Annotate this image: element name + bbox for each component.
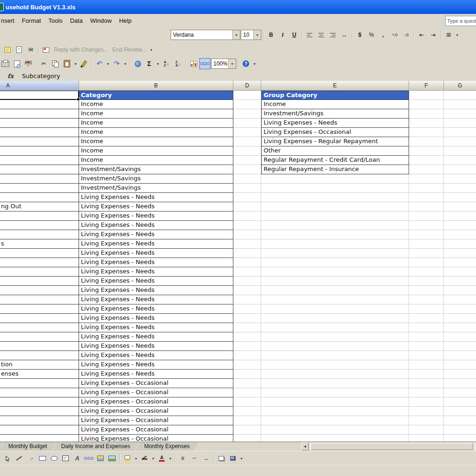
column-header-e[interactable]: E <box>261 81 409 91</box>
decrease-decimal-button[interactable]: -.0 <box>401 29 412 40</box>
menu-item-format[interactable]: Format <box>18 15 45 26</box>
cell-g[interactable] <box>444 407 476 416</box>
cell-d[interactable] <box>233 91 261 100</box>
cell-a[interactable] <box>0 137 79 146</box>
cell-b[interactable]: Living Expenses - Needs <box>79 193 233 202</box>
underline-button[interactable]: U <box>289 29 300 40</box>
cell-a[interactable]: tion <box>0 360 79 370</box>
cell-d[interactable] <box>233 258 261 267</box>
cell-g[interactable] <box>444 212 476 221</box>
cell-e[interactable] <box>261 174 409 184</box>
cell-a[interactable]: s <box>0 239 79 249</box>
fill-color-button[interactable] <box>122 453 133 464</box>
cell-e[interactable] <box>261 435 409 442</box>
cell-d[interactable] <box>233 295 261 304</box>
cell-a[interactable] <box>0 267 79 277</box>
diagram-button[interactable] <box>83 453 94 464</box>
line-style-button[interactable]: ≡ <box>177 453 188 464</box>
zoom-combo[interactable]: 100% ▾ <box>211 59 236 69</box>
cell-e[interactable] <box>261 202 409 212</box>
end-review-label[interactable]: End Review... <box>111 46 148 53</box>
cell-d[interactable] <box>233 202 261 212</box>
cell-f[interactable] <box>409 295 444 304</box>
sheet-tab-monthly-expenses[interactable]: Monthly Expenses <box>136 442 198 451</box>
column-header-a[interactable]: A <box>0 81 79 91</box>
cell-a[interactable] <box>0 184 79 193</box>
cell-b[interactable]: Living Expenses - Occasional <box>79 435 233 442</box>
cell-b[interactable]: Living Expenses - Occasional <box>79 379 233 388</box>
cell-f[interactable] <box>409 128 444 137</box>
cell-a[interactable] <box>0 119 79 128</box>
cell-g[interactable] <box>444 193 476 202</box>
cell-e[interactable] <box>261 212 409 221</box>
cell-d[interactable] <box>233 286 261 295</box>
cell-a[interactable] <box>0 165 79 174</box>
cell-f[interactable] <box>409 221 444 230</box>
cell-b[interactable]: Living Expenses - Needs <box>79 267 233 277</box>
cell-g[interactable] <box>444 304 476 314</box>
chart-wizard-button[interactable] <box>188 58 199 69</box>
cell-b[interactable]: Living Expenses - Needs <box>79 370 233 379</box>
cell-g[interactable] <box>444 295 476 304</box>
cell-f[interactable] <box>409 174 444 184</box>
cell-e[interactable] <box>261 286 409 295</box>
cell-b[interactable]: Investment/Savings <box>79 184 233 193</box>
cell-b[interactable]: Living Expenses - Needs <box>79 314 233 323</box>
cell-e[interactable] <box>261 314 409 323</box>
cell-f[interactable] <box>409 100 444 109</box>
cell-g[interactable] <box>444 314 476 323</box>
wordart-button[interactable]: A <box>72 453 83 464</box>
cell-g[interactable] <box>444 165 476 174</box>
cell-g[interactable] <box>444 332 476 342</box>
cell-d[interactable] <box>233 165 261 174</box>
cell-e[interactable]: Living Expenses - Regular Repayment <box>261 137 409 146</box>
cell-a[interactable]: ng Out <box>0 202 79 212</box>
cell-f[interactable] <box>409 239 444 249</box>
cell-g[interactable] <box>444 156 476 165</box>
chevron-down-icon[interactable]: ▾ <box>253 30 261 40</box>
borders-button[interactable]: ⊞ <box>443 29 454 40</box>
bold-button[interactable]: B <box>265 29 277 40</box>
cell-b[interactable]: Living Expenses - Occasional <box>79 388 233 397</box>
line-color-button[interactable] <box>139 453 150 464</box>
cell-f[interactable] <box>409 193 444 202</box>
cell-g[interactable] <box>444 360 476 370</box>
cell-e[interactable]: Investment/Savings <box>261 109 409 119</box>
toolbar-options-icon[interactable]: ▾ <box>149 45 154 55</box>
cell-e[interactable]: Other <box>261 146 409 156</box>
cell-a[interactable] <box>0 230 79 239</box>
oval-button[interactable] <box>48 453 60 464</box>
cell-e[interactable]: Regular Repayment - Credit Card/Loan <box>261 156 409 165</box>
cell-b[interactable]: Living Expenses - Needs <box>79 295 233 304</box>
cell-g[interactable] <box>444 128 476 137</box>
italic-button[interactable]: I <box>277 29 288 40</box>
cell-g[interactable] <box>444 323 476 332</box>
comma-style-button[interactable]: , <box>377 29 389 40</box>
cell-a[interactable] <box>0 295 79 304</box>
fill-color-dropdown-icon[interactable]: ▾ <box>133 453 139 463</box>
cell-e[interactable] <box>261 342 409 351</box>
cell-d[interactable] <box>233 314 261 323</box>
cell-e[interactable] <box>261 221 409 230</box>
print-preview-button[interactable] <box>11 58 22 69</box>
cell-a[interactable] <box>0 258 79 267</box>
group-category-header-cell[interactable]: Group Category <box>261 91 409 100</box>
cell-d[interactable] <box>233 416 261 425</box>
cell-g[interactable] <box>444 267 476 277</box>
cell-d[interactable] <box>233 119 261 128</box>
font-color-button[interactable]: A <box>156 453 167 464</box>
cell-f[interactable] <box>409 323 444 332</box>
cell-f[interactable] <box>409 202 444 212</box>
cell-a[interactable] <box>0 425 79 435</box>
cell-g[interactable] <box>444 277 476 286</box>
cell-f[interactable] <box>409 146 444 156</box>
column-header-f[interactable]: F <box>409 81 444 91</box>
cell-b[interactable]: Living Expenses - Needs <box>79 360 233 370</box>
cell-b[interactable]: Living Expenses - Occasional <box>79 407 233 416</box>
cell-e[interactable] <box>261 277 409 286</box>
cell-b[interactable]: Living Expenses - Needs <box>79 230 233 239</box>
cell-d[interactable] <box>233 425 261 435</box>
cell-e[interactable] <box>261 407 409 416</box>
cell-d[interactable] <box>233 351 261 360</box>
cell-d[interactable] <box>233 212 261 221</box>
